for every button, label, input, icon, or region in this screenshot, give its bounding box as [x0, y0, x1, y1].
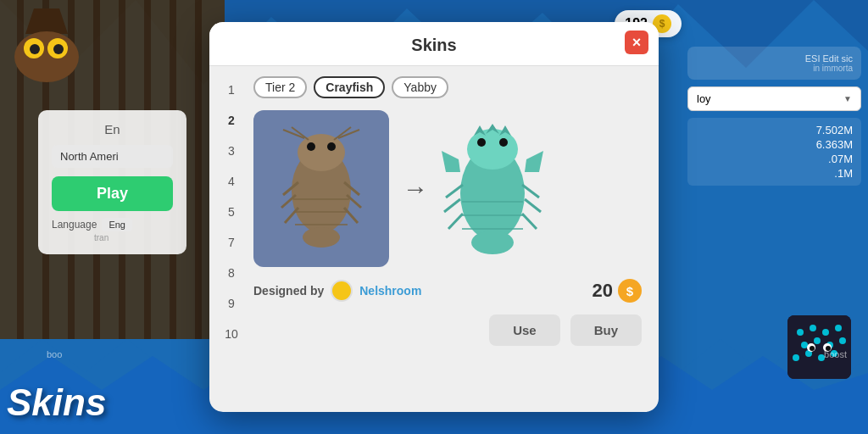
svg-point-53: [303, 227, 340, 248]
tag-crayfish[interactable]: Crayfish: [314, 76, 385, 98]
crayfish-teal-svg: [442, 117, 543, 257]
number-item-9[interactable]: 9: [209, 288, 253, 319]
close-icon: ×: [632, 34, 642, 52]
action-buttons: Use Buy: [253, 314, 642, 346]
skins-modal: Skins × 1 2 3 4 5 7 8 9 10: [209, 22, 659, 412]
designer-row: Designed by Nelshroom 20 $: [253, 279, 642, 303]
number-item-2[interactable]: 2: [209, 105, 253, 136]
svg-marker-61: [442, 151, 460, 172]
designed-by-label: Designed by: [253, 284, 324, 298]
number-item-7[interactable]: 7: [209, 227, 253, 258]
number-sidebar: 1 2 3 4 5 7 8 9 10: [209, 66, 253, 363]
number-item-4[interactable]: 4: [209, 166, 253, 197]
svg-line-46: [285, 208, 298, 223]
designer-name-text: Nelshroom: [359, 284, 421, 298]
skin-card-right[interactable]: [442, 117, 581, 260]
svg-point-57: [499, 138, 508, 147]
number-item-5[interactable]: 5: [209, 197, 253, 227]
number-item-8[interactable]: 8: [209, 258, 253, 288]
svg-point-56: [477, 138, 486, 147]
price-area: 20 $: [593, 279, 642, 303]
number-item-10[interactable]: 10: [209, 319, 253, 349]
modal-overlay: Skins × 1 2 3 4 5 7 8 9 10: [0, 0, 868, 434]
svg-line-66: [522, 185, 539, 198]
svg-line-67: [525, 199, 541, 212]
svg-line-64: [444, 199, 460, 212]
price-value: 20: [593, 280, 613, 302]
modal-body: 1 2 3 4 5 7 8 9 10 Tier 2 Crayfish Yabby: [209, 66, 659, 363]
designer-avatar: [331, 280, 353, 302]
designer-info: Designed by Nelshroom: [253, 280, 421, 302]
use-button[interactable]: Use: [489, 314, 560, 346]
svg-line-63: [446, 185, 463, 198]
skin-card-left[interactable]: [253, 110, 389, 267]
svg-line-49: [344, 208, 358, 223]
arrow-between-cards: →: [403, 175, 428, 203]
svg-point-37: [298, 134, 345, 171]
modal-title: Skins: [411, 36, 456, 54]
svg-point-72: [471, 231, 514, 254]
svg-marker-62: [525, 151, 543, 172]
modal-main-content: Tier 2 Crayfish Yabby: [253, 66, 659, 363]
modal-close-button[interactable]: ×: [625, 31, 648, 54]
svg-point-38: [307, 142, 315, 151]
tags-row: Tier 2 Crayfish Yabby: [253, 76, 642, 98]
number-item-3[interactable]: 3: [209, 136, 253, 166]
crayfish-brown-svg: [275, 123, 368, 254]
modal-header: Skins ×: [209, 22, 659, 66]
price-coin-icon: $: [618, 279, 642, 303]
skin-cards-area: →: [253, 110, 642, 267]
buy-button[interactable]: Buy: [570, 314, 642, 346]
svg-point-39: [327, 142, 336, 151]
number-item-1[interactable]: 1: [209, 75, 253, 105]
tag-yabby[interactable]: Yabby: [392, 76, 448, 98]
tag-tier2[interactable]: Tier 2: [253, 76, 307, 98]
